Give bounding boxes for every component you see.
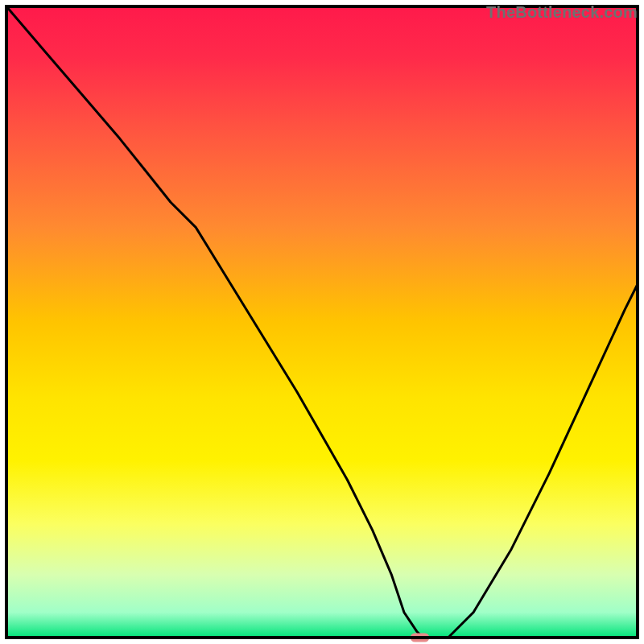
chart-container: TheBottleneck.com xyxy=(0,0,644,644)
chart-background xyxy=(6,6,638,638)
watermark-text: TheBottleneck.com xyxy=(486,3,638,22)
bottleneck-chart xyxy=(0,0,644,644)
